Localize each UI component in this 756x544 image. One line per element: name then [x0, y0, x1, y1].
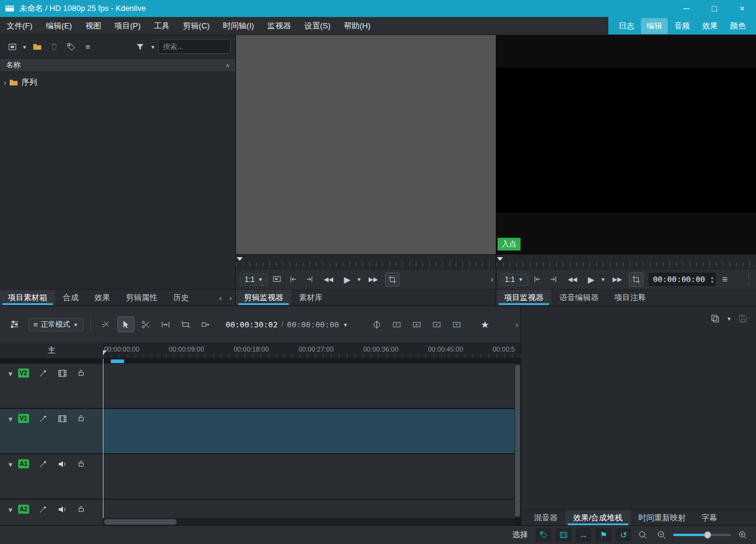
video-track-icon[interactable]	[58, 369, 67, 378]
expander-icon[interactable]: ›	[4, 78, 6, 87]
play-button[interactable]: ▶	[340, 272, 355, 287]
project-monitor-playhead-icon[interactable]	[497, 257, 503, 264]
select-tool-button[interactable]	[117, 316, 134, 332]
zoom-out-button[interactable]	[654, 528, 669, 542]
rewind-button[interactable]: ◀◀	[563, 272, 582, 287]
project-monitor-view[interactable]: 入点	[496, 35, 756, 254]
snap-toggle-button[interactable]: ↺	[616, 528, 631, 542]
menu-tools[interactable]: 工具	[147, 17, 176, 34]
lift-zone-button[interactable]	[448, 316, 465, 332]
chevron-down-icon[interactable]: ▾	[726, 315, 732, 322]
markers-toggle-button[interactable]: ⚑	[596, 528, 611, 542]
clip-monitor-ruler[interactable]	[236, 254, 496, 269]
menu-help[interactable]: 帮助(H)	[337, 17, 377, 34]
create-folder-button[interactable]	[30, 39, 44, 54]
tab-project-notes[interactable]: 项目注释	[606, 290, 654, 306]
monitor-overlay-button[interactable]	[270, 272, 284, 287]
scrollbar-thumb[interactable]	[104, 519, 177, 525]
filter-dropdown-icon[interactable]: ▾	[150, 44, 156, 50]
track-effects-icon[interactable]	[39, 369, 48, 378]
play-menu-icon[interactable]: ▾	[357, 276, 362, 283]
track-effects-icon[interactable]	[39, 459, 48, 468]
monitor-timecode[interactable]: 00:00:00:00 ▴ ▾	[649, 273, 716, 286]
zone-mode-button[interactable]	[629, 272, 643, 287]
track-options-button[interactable]	[6, 316, 23, 332]
toolbar-overflow-icon[interactable]: ›	[516, 320, 518, 329]
ripple-tool-button[interactable]	[197, 316, 214, 332]
name-column-header[interactable]: 名称 ∧	[0, 58, 235, 72]
zone-in-button[interactable]	[530, 272, 545, 287]
tab-scroll-right-icon[interactable]: ›	[226, 290, 235, 306]
tab-history[interactable]: 历史	[165, 290, 197, 306]
zone-in-button[interactable]	[286, 272, 301, 287]
mix-clips-button[interactable]	[368, 316, 385, 332]
play-menu-icon[interactable]: ▾	[600, 276, 606, 283]
workspace-color[interactable]: 颜色	[725, 18, 751, 34]
tab-project-monitor[interactable]: 项目监视器	[496, 290, 551, 306]
collapse-track-icon[interactable]: ▾	[8, 505, 13, 514]
menu-edit[interactable]: 编辑(E)	[39, 17, 79, 34]
zone-mode-button[interactable]	[385, 272, 399, 287]
workspace-effects[interactable]: 效果	[697, 18, 723, 34]
tab-mixer[interactable]: 混音器	[526, 510, 565, 526]
tab-effects[interactable]: 效果	[87, 290, 118, 306]
edit-mode-combo[interactable]: ≡ 正常模式 ▾	[28, 318, 84, 332]
tab-clip-properties[interactable]: 剪辑属性	[118, 290, 165, 306]
track-header-v2[interactable]: ▾ V2	[0, 364, 103, 409]
razor-tool-button[interactable]	[137, 316, 154, 332]
add-clip-dropdown-icon[interactable]: ▾	[22, 44, 27, 50]
workspace-editing[interactable]: 编辑	[641, 18, 668, 34]
forward-button[interactable]: ▶▶	[364, 272, 383, 287]
maximize-button[interactable]: □	[700, 0, 728, 17]
overwrite-zone-button[interactable]	[408, 316, 425, 332]
lock-track-icon[interactable]	[77, 505, 85, 513]
tab-effect-stack[interactable]: 效果/合成堆栈	[565, 510, 631, 526]
timeline-zonebar[interactable]	[103, 359, 521, 364]
zoom-slider[interactable]	[673, 529, 731, 540]
collapse-track-icon[interactable]: ▾	[8, 369, 13, 378]
video-track-icon[interactable]	[58, 414, 67, 424]
clip-monitor-view[interactable]	[236, 35, 496, 254]
tags-toggle-button[interactable]	[536, 528, 551, 542]
menu-project[interactable]: 项目(P)	[108, 17, 147, 34]
bin-menu-button[interactable]: ≡	[81, 39, 95, 54]
collapse-track-icon[interactable]: ▾	[8, 460, 13, 469]
bin-item-sequence[interactable]: › 序列	[0, 76, 235, 89]
track-header-v1[interactable]: ▾ V1	[0, 409, 103, 454]
filter-button[interactable]	[133, 39, 148, 54]
tag-button[interactable]	[64, 39, 78, 54]
tab-speech-editor[interactable]: 语音编辑器	[551, 290, 606, 306]
project-monitor-zoom-combo[interactable]: 1:1 ▾	[500, 274, 528, 286]
playhead-icon[interactable]	[103, 350, 107, 359]
track-header-a2[interactable]: ▾ A2	[0, 500, 103, 526]
track-effects-icon[interactable]	[39, 414, 48, 423]
master-track-button[interactable]: 主	[0, 342, 103, 359]
forward-button[interactable]: ▶▶	[608, 272, 627, 287]
zone-out-button[interactable]	[547, 272, 561, 287]
effect-stack-options-button[interactable]	[708, 311, 723, 326]
fit-zoom-toggle-button[interactable]: ↔	[576, 528, 591, 542]
menu-view[interactable]: 视图	[79, 17, 108, 34]
zone-out-button[interactable]	[303, 272, 317, 287]
menu-timeline[interactable]: 时间轴(I)	[216, 17, 260, 34]
spin-down-icon[interactable]: ▾	[711, 280, 714, 284]
tab-clip-monitor[interactable]: 剪辑监视器	[236, 290, 291, 306]
zoom-fit-button[interactable]	[636, 528, 650, 542]
extract-zone-button[interactable]	[428, 316, 445, 332]
tab-compositions[interactable]: 合成	[55, 290, 87, 306]
tab-scroll-left-icon[interactable]: ‹	[215, 290, 225, 306]
timecode-spinner[interactable]: ▴ ▾	[709, 274, 715, 285]
tab-time-remap[interactable]: 时间重新映射	[631, 510, 694, 526]
scrollbar-thumb[interactable]	[515, 365, 520, 517]
save-effect-button[interactable]	[735, 311, 750, 326]
menu-monitor[interactable]: 监视器	[261, 17, 298, 34]
workspace-logging[interactable]: 日志	[613, 18, 640, 34]
tab-subtitles[interactable]: 字幕	[694, 510, 725, 526]
thumbnails-toggle-button[interactable]	[556, 528, 571, 542]
lock-track-icon[interactable]	[77, 414, 85, 422]
menu-clip[interactable]: 剪辑(C)	[176, 17, 216, 34]
audio-track-icon[interactable]	[58, 459, 67, 469]
track-lane-v2[interactable]	[103, 364, 514, 408]
clip-monitor-playhead-icon[interactable]	[237, 257, 243, 264]
workspace-audio[interactable]: 音频	[669, 18, 695, 34]
